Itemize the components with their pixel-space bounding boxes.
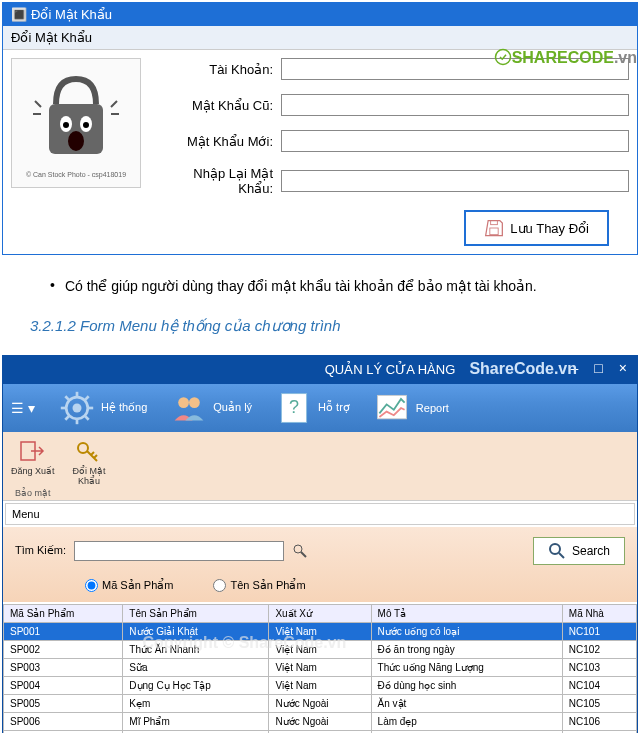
table-cell: Nước Ngoài [269,712,371,730]
table-header[interactable]: Mã Nhà [562,604,636,622]
document-body: Có thể giúp người dùng thay đổi mật khẩu… [0,257,640,353]
window-titlebar: 🔳 Đổi Mật Khẩu [3,3,637,26]
save-icon [484,218,504,238]
search-input[interactable] [74,541,284,561]
new-password-input[interactable] [281,130,629,152]
bullet-item: Có thể giúp người dùng thay đổi mật khẩu… [50,277,630,297]
table-row[interactable]: SP002Thức Ăn NhanhViệt NamĐồ ăn trong ng… [4,640,637,658]
search-button[interactable]: Search [533,537,625,565]
table-cell: NC106 [562,712,636,730]
quick-access-toolbar: Đăng Xuất Đổi Mật Khẩu Bảo mật [3,432,637,501]
table-row[interactable]: SP003SữaViệt NamThức uống Năng LượngNC10… [4,658,637,676]
svg-point-20 [189,397,200,408]
table-cell: Việt Nam [269,658,371,676]
svg-line-29 [559,553,564,558]
svg-point-0 [495,50,510,65]
table-cell: Sữa [123,658,269,676]
radio-product-name[interactable]: Tên Sản Phẩm [213,579,305,592]
table-cell: SP006 [4,712,123,730]
help-icon: ? [276,390,312,426]
table-cell: Thức Ăn Nhanh [123,640,269,658]
ribbon-support[interactable]: ? Hỗ trợ [276,390,350,426]
search-label: Tìm Kiếm: [15,544,66,557]
image-caption: © Can Stock Photo - csp418019 [26,171,126,178]
svg-point-28 [550,544,560,554]
table-cell: Đồ dùng học sinh [371,676,562,694]
svg-text:?: ? [289,397,299,417]
logout-button[interactable]: Đăng Xuất [11,438,55,486]
ribbon-report[interactable]: Report [374,390,449,426]
table-header[interactable]: Mô Tả [371,604,562,622]
table-cell: Dụng Cụ Học Tập [123,676,269,694]
old-password-label: Mật Khẩu Cũ: [161,98,281,113]
table-row[interactable]: SP006Mĩ PhẩmNước NgoàiLàm đẹpNC106 [4,712,637,730]
password-change-window: 🔳 Đổi Mật Khẩu Đổi Mật Khẩu SHARECODE.vn [2,2,638,255]
table-cell: Thức uống Năng Lượng [371,658,562,676]
window-title: QUẢN LÝ CỬA HÀNG [325,362,456,377]
svg-point-10 [72,403,81,412]
app-icon: 🔳 [11,7,27,22]
table-cell: NC105 [562,694,636,712]
svg-line-27 [301,552,306,557]
account-label: Tài Khoản: [161,62,281,77]
old-password-input[interactable] [281,94,629,116]
table-cell: SP005 [4,694,123,712]
key-icon [75,438,103,464]
table-cell: NC104 [562,676,636,694]
section-heading: 3.2.1.2 Form Menu hệ thống của chương tr… [30,317,630,335]
table-cell: Kẹm [123,694,269,712]
table-cell: SP004 [4,676,123,694]
table-row[interactable]: SP004Dụng Cụ Học TậpViệt NamĐồ dùng học … [4,676,637,694]
table-cell: SP002 [4,640,123,658]
table-row[interactable]: SP001Nước Giải KhátViệt NamNước uống có … [4,622,637,640]
chart-icon [374,390,410,426]
svg-point-6 [68,131,84,151]
table-header[interactable]: Tên Sản Phẩm [123,604,269,622]
svg-line-16 [85,416,89,420]
watermark-text: ShareCode.vn [469,360,577,378]
table-cell: Mĩ Phẩm [123,712,269,730]
table-cell: NC101 [562,622,636,640]
ribbon-manage[interactable]: Quản lý [171,390,252,426]
magnify-icon [548,542,566,560]
table-cell: Làm đẹp [371,712,562,730]
radio-product-id[interactable]: Mã Sản Phẩm [85,579,173,592]
table-cell: Việt Nam [269,676,371,694]
maximize-button[interactable]: □ [588,358,608,378]
svg-point-4 [63,122,69,128]
repeat-password-input[interactable] [281,170,629,192]
table-header[interactable]: Mã Sản Phẩm [4,604,123,622]
product-table: Mã Sản PhẩmTên Sản PhẩmXuất XứMô TảMã Nh… [3,604,637,733]
change-password-button[interactable]: Đổi Mật Khẩu [73,438,106,486]
people-icon [171,390,207,426]
lock-illustration: © Can Stock Photo - csp418019 [11,58,141,188]
svg-point-26 [294,545,302,553]
table-cell: NC103 [562,658,636,676]
qa-group-label: Bảo mật [11,488,629,498]
search-icon [292,543,308,559]
watermark-logo: SHARECODE.vn [494,48,637,67]
table-cell: SP003 [4,658,123,676]
menu-toggle-icon[interactable]: ☰ ▾ [11,400,35,416]
table-header[interactable]: Xuất Xứ [269,604,371,622]
ribbon-system[interactable]: Hệ thống [59,390,147,426]
svg-line-17 [65,416,69,420]
menu-bar[interactable]: Menu [5,503,635,525]
svg-line-15 [65,396,69,400]
table-row[interactable]: SP005KẹmNước NgoàiĂn vậtNC105 [4,694,637,712]
table-cell: Nước Ngoài [269,694,371,712]
table-cell: Đồ ăn trong ngày [371,640,562,658]
table-cell: Việt Nam [269,622,371,640]
repeat-password-label: Nhập Lại Mật Khẩu: [161,166,281,196]
save-button[interactable]: Lưu Thay Đổi [464,210,609,246]
ribbon-toolbar: ☰ ▾ Hệ thống Quản lý ? Hỗ trợ Report [3,384,637,432]
table-cell: SP001 [4,622,123,640]
window-title: Đổi Mật Khẩu [31,7,112,22]
logout-icon [19,438,47,464]
svg-point-5 [83,122,89,128]
svg-rect-8 [490,228,498,235]
search-panel: Tìm Kiếm: Search Mã Sản Phẩm Tên Sản Phẩ… [3,527,637,602]
close-button[interactable]: × [613,358,633,378]
panel-header: Đổi Mật Khẩu [3,26,637,50]
gear-icon [59,390,95,426]
